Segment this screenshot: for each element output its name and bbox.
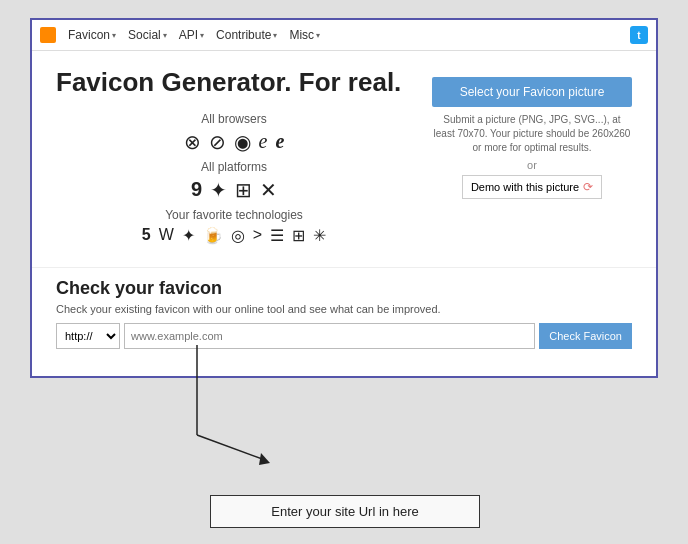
fav-tech-label: Your favorite technologies [56,208,412,222]
browser-icon-edge: e [276,130,285,154]
api-menu-label: API [179,28,198,42]
tech-icon-brew: 🍺 [203,226,223,245]
misc-menu-label: Misc [289,28,314,42]
tech-icon-html5: 5 [142,226,151,245]
all-platforms-icons: 9 ✦ ⊞ ✕ [56,178,412,202]
tech-icon-terminal: > [253,226,262,245]
submit-hint-text: Submit a picture (PNG, JPG, SVG...), at … [432,113,632,155]
api-menu-item[interactable]: API ▾ [179,28,204,42]
tech-icon-wordpress: W [159,226,174,245]
browser-icon-no: ⊘ [209,130,226,154]
page-wrapper: Favicon ▾ Social ▾ API ▾ Contribute ▾ Mi… [0,0,688,544]
callout-text: Enter your site Url in here [271,504,418,519]
hero-title: Favicon Generator. For real. [56,67,412,98]
check-favicon-description: Check your existing favicon with our onl… [56,303,632,315]
favicon-menu-label: Favicon [68,28,110,42]
platform-icon-9: 9 [191,178,202,202]
browser-icon-opera: ⊗ [184,130,201,154]
all-platforms-label: All platforms [56,160,412,174]
url-input[interactable] [124,323,535,349]
platform-icon-windows: ⊞ [235,178,252,202]
site-logo [40,27,56,43]
social-menu-item[interactable]: Social ▾ [128,28,167,42]
or-divider: or [432,159,632,171]
fav-tech-icons: 5 W ✦ 🍺 ◎ > ☰ ⊞ ✳ [56,226,412,245]
check-favicon-form: http:// https:// Check Favicon [56,323,632,349]
misc-dropdown-arrow: ▾ [316,31,320,40]
tech-icon-star: ✦ [182,226,195,245]
check-favicon-title: Check your favicon [56,278,632,299]
callout-box: Enter your site Url in here [210,495,480,528]
main-content: Favicon Generator. For real. All browser… [32,51,656,267]
svg-marker-2 [259,453,270,465]
select-favicon-button[interactable]: Select your Favicon picture [432,77,632,107]
twitter-icon[interactable]: t [630,26,648,44]
favicon-menu-item[interactable]: Favicon ▾ [68,28,116,42]
demo-refresh-icon: ⟳ [583,180,593,194]
browser-icon-firefox: ◉ [234,130,251,154]
tech-icon-npm: ◎ [231,226,245,245]
svg-line-1 [197,435,265,460]
misc-menu-item[interactable]: Misc ▾ [289,28,320,42]
social-menu-label: Social [128,28,161,42]
browser-icon-ie: e [259,130,268,154]
contribute-dropdown-arrow: ▾ [273,31,277,40]
contribute-menu-item[interactable]: Contribute ▾ [216,28,277,42]
favicon-dropdown-arrow: ▾ [112,31,116,40]
tech-icon-asterisk: ✳ [313,226,326,245]
all-browsers-label: All browsers [56,112,412,126]
check-favicon-section: Check your favicon Check your existing f… [32,267,656,363]
left-panel: Favicon Generator. For real. All browser… [56,67,412,251]
all-browsers-icons: ⊗ ⊘ ◉ e e [56,130,412,154]
demo-button-label: Demo with this picture [471,181,579,193]
right-panel: Select your Favicon picture Submit a pic… [432,67,632,251]
check-favicon-button[interactable]: Check Favicon [539,323,632,349]
browser-frame: Favicon ▾ Social ▾ API ▾ Contribute ▾ Mi… [30,18,658,378]
platform-icon-android: ✦ [210,178,227,202]
navbar: Favicon ▾ Social ▾ API ▾ Contribute ▾ Mi… [32,20,656,51]
tech-icon-grid: ⊞ [292,226,305,245]
contribute-menu-label: Contribute [216,28,271,42]
social-dropdown-arrow: ▾ [163,31,167,40]
platform-icon-x: ✕ [260,178,277,202]
protocol-select[interactable]: http:// https:// [56,323,120,349]
api-dropdown-arrow: ▾ [200,31,204,40]
demo-button[interactable]: Demo with this picture ⟳ [462,175,602,199]
tech-icon-menu: ☰ [270,226,284,245]
